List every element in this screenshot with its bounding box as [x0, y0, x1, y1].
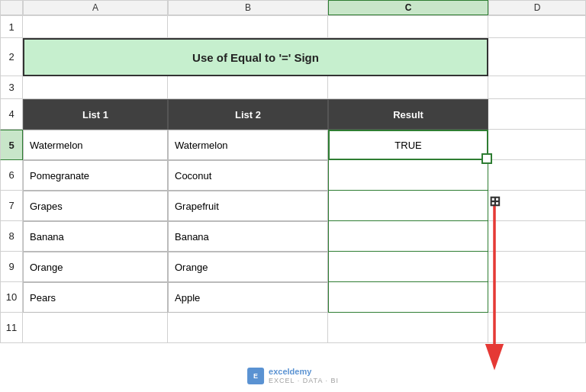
row-num-5: 5	[0, 130, 23, 160]
row-num-1: 1	[0, 15, 23, 38]
cell-c8[interactable]: Banana	[168, 221, 328, 252]
crosshair-cursor: ⊞	[489, 194, 501, 208]
row-num-9: 9	[0, 252, 23, 282]
row-5: 5 Watermelon Watermelon TRUE	[0, 130, 586, 160]
row-2: 2 Use of Equal to '=' Sign	[0, 38, 586, 76]
cell-c3[interactable]	[168, 76, 328, 99]
fill-arrow	[483, 204, 506, 372]
header-result: Result	[328, 99, 488, 130]
row-6: 6 Pomegranate Coconut	[0, 160, 586, 191]
watermark-text: exceldemy EXCEL · DATA · BI	[269, 366, 339, 386]
col-header-d[interactable]: D	[488, 0, 586, 15]
cell-d8[interactable]	[328, 221, 488, 252]
cell-d6[interactable]	[328, 160, 488, 191]
cell-c6[interactable]: Coconut	[168, 160, 328, 191]
row-3: 3	[0, 76, 586, 99]
row-num-6: 6	[0, 160, 23, 191]
row-1: 1	[0, 15, 586, 38]
cell-c11[interactable]	[168, 313, 328, 343]
col-header-b[interactable]: B	[168, 0, 328, 15]
cell-e3[interactable]	[488, 76, 586, 99]
corner-cell	[0, 0, 23, 15]
cell-e6[interactable]	[488, 160, 586, 191]
cell-b11[interactable]	[23, 313, 168, 343]
cell-d10[interactable]	[328, 282, 488, 313]
row-4: 4 List 1 List 2 Result	[0, 99, 586, 130]
column-headers: A B C D	[0, 0, 586, 15]
cell-b8[interactable]: Banana	[23, 221, 168, 252]
cell-c9[interactable]: Orange	[168, 252, 328, 282]
cell-d3[interactable]	[328, 76, 488, 99]
cell-c7[interactable]: Grapefruit	[168, 191, 328, 221]
row-num-7: 7	[0, 191, 23, 221]
row-num-8: 8	[0, 221, 23, 252]
title-cell: Use of Equal to '=' Sign	[23, 38, 488, 76]
cell-b5[interactable]: Watermelon	[23, 130, 168, 160]
watermark: E exceldemy EXCEL · DATA · BI	[247, 366, 339, 386]
header-list1: List 1	[23, 99, 168, 130]
cell-c1[interactable]	[168, 15, 328, 38]
cell-b10[interactable]: Pears	[23, 282, 168, 313]
title-text: Use of Equal to '=' Sign	[192, 51, 319, 64]
row-num-2: 2	[0, 38, 23, 76]
header-list2: List 2	[168, 99, 328, 130]
cell-b9[interactable]: Orange	[23, 252, 168, 282]
cell-e1[interactable]	[488, 15, 586, 38]
row-num-11: 11	[0, 313, 23, 343]
cell-d5[interactable]: TRUE	[328, 130, 488, 160]
cell-d1[interactable]	[328, 15, 488, 38]
spreadsheet: A B C D 1 2 Use of Equal to '=' Sign	[0, 0, 586, 392]
watermark-logo: E	[247, 368, 264, 384]
cell-e5[interactable]	[488, 130, 586, 160]
cell-d9[interactable]	[328, 252, 488, 282]
cell-e4[interactable]	[488, 99, 586, 130]
row-num-10: 10	[0, 282, 23, 313]
fill-handle[interactable]	[481, 153, 492, 164]
cell-b3[interactable]	[23, 76, 168, 99]
result-value: TRUE	[394, 140, 421, 151]
row-num-4: 4	[0, 99, 23, 130]
cell-d7[interactable]	[328, 191, 488, 221]
cell-c5[interactable]: Watermelon	[168, 130, 328, 160]
col-header-c[interactable]: C	[328, 0, 488, 15]
row-num-3: 3	[0, 76, 23, 99]
cell-d11[interactable]	[328, 313, 488, 343]
cell-b7[interactable]: Grapes	[23, 191, 168, 221]
cell-e2[interactable]	[488, 38, 586, 76]
cell-b1[interactable]	[23, 15, 168, 38]
cell-c10[interactable]: Apple	[168, 282, 328, 313]
col-header-a[interactable]: A	[23, 0, 168, 15]
cell-b6[interactable]: Pomegranate	[23, 160, 168, 191]
